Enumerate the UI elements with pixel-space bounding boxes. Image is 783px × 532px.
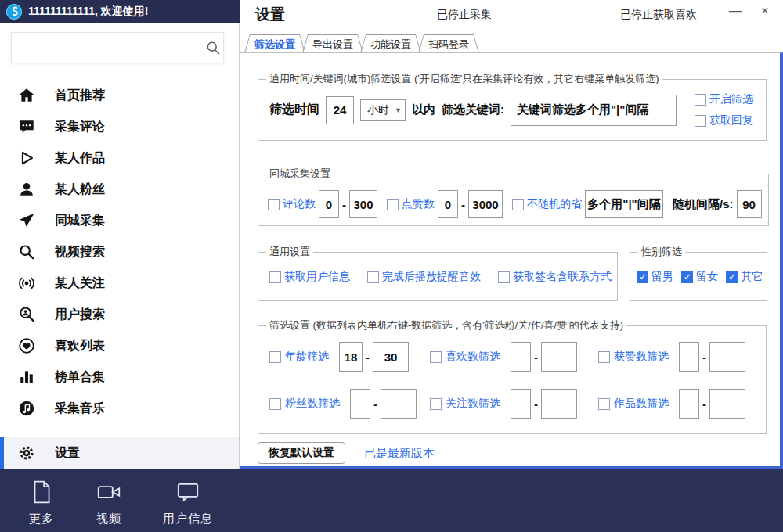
works-filter-label[interactable]: 作品数筛选 — [614, 397, 669, 411]
like-count-checkbox[interactable] — [387, 199, 399, 210]
like-filter-min-input[interactable] — [511, 342, 531, 372]
sidebar-item-city-collect[interactable]: 同城采集 — [0, 205, 239, 236]
user-info-label: 用户信息 — [163, 512, 213, 527]
sidebar-item-works[interactable]: 某人作品 — [0, 142, 239, 174]
sidebar-item-label: 首页推荐 — [55, 88, 105, 104]
keep-other-checkbox[interactable] — [726, 271, 738, 283]
sidebar-item-label: 同城采集 — [55, 213, 105, 229]
close-button[interactable]: × — [755, 2, 775, 20]
general-settings-group: 通用设置 获取用户信息 完成后播放提醒音效 获取签名含联系方式 — [258, 245, 618, 301]
province-input[interactable] — [585, 190, 663, 218]
user-info-button[interactable]: 用户信息 — [163, 479, 213, 532]
comment-count-checkbox[interactable] — [268, 199, 280, 210]
get-reply-label[interactable]: 获取回复 — [709, 113, 753, 128]
sidebar-item-follows[interactable]: 某人关注 — [0, 268, 239, 299]
age-min-input[interactable] — [339, 342, 363, 372]
comment-max-input[interactable] — [349, 190, 377, 218]
range-dash: - — [534, 397, 538, 411]
version-link[interactable]: 已是最新版本 — [364, 446, 435, 461]
keep-female-checkbox[interactable] — [681, 271, 693, 283]
like-filter-label[interactable]: 喜欢数筛选 — [446, 350, 500, 364]
within-label: 以内 — [412, 102, 435, 117]
sidebar-item-settings[interactable]: 设置 — [0, 437, 239, 469]
follow-filter-label[interactable]: 关注数筛选 — [446, 397, 500, 411]
follow-filter-max-input[interactable] — [541, 389, 577, 419]
filter-time-input[interactable] — [326, 96, 354, 124]
signature-contact-checkbox[interactable] — [498, 271, 510, 283]
praise-filter-label[interactable]: 获赞数筛选 — [614, 350, 669, 364]
sidebar-search — [11, 32, 224, 63]
tab-qr-login[interactable]: 扫码登录 — [418, 34, 479, 53]
enable-filter-label[interactable]: 开启筛选 — [709, 92, 753, 106]
province-label[interactable]: 不随机的省 — [527, 197, 582, 211]
sidebar-item-video-search[interactable]: 视频搜索 — [0, 236, 239, 268]
sidebar-item-rankings[interactable]: 榜单合集 — [0, 361, 239, 393]
app-window: 111111111111, 欢迎使用! 首页推荐 采集评论 — [0, 0, 783, 532]
sidebar-item-user-search[interactable]: 用户搜索 — [0, 299, 239, 330]
minimize-button[interactable]: — — [725, 2, 745, 20]
tab-function-settings[interactable]: 功能设置 — [360, 34, 421, 53]
video-button[interactable]: 视频 — [96, 479, 122, 532]
tab-label: 筛选设置 — [245, 35, 305, 53]
range-dash: - — [366, 350, 370, 364]
praise-filter-min-input[interactable] — [679, 342, 699, 372]
fans-filter-checkbox[interactable] — [269, 398, 281, 410]
fans-filter-min-input[interactable] — [350, 389, 370, 419]
sidebar-item-home[interactable]: 首页推荐 — [0, 80, 239, 111]
reset-defaults-button[interactable]: 恢复默认设置 — [258, 442, 345, 464]
fans-filter-label[interactable]: 粉丝数筛选 — [285, 397, 340, 411]
home-icon — [17, 86, 36, 105]
finish-sound-checkbox[interactable] — [367, 271, 379, 283]
random-interval-label: 随机间隔/s: — [673, 197, 734, 212]
tab-export-settings[interactable]: 导出设置 — [302, 34, 363, 53]
like-max-input[interactable] — [468, 190, 503, 218]
gender-filter-group: 性别筛选 留男 留女 其它 — [630, 245, 767, 301]
sidebar-item-label: 设置 — [55, 445, 80, 462]
like-filter-max-input[interactable] — [541, 342, 577, 372]
like-count-label[interactable]: 点赞数 — [402, 197, 435, 211]
more-label: 更多 — [29, 512, 54, 527]
age-filter-label[interactable]: 年龄筛选 — [285, 350, 329, 364]
user-icon — [17, 180, 36, 199]
sidebar-item-fans[interactable]: 某人粉丝 — [0, 174, 239, 205]
time-unit-select[interactable]: 小时 ▼ — [360, 99, 406, 121]
works-filter-max-input[interactable] — [709, 389, 745, 419]
play-icon — [17, 149, 36, 167]
random-interval-input[interactable] — [737, 190, 762, 218]
keep-male-label[interactable]: 留男 — [651, 270, 673, 284]
comment-min-input[interactable] — [319, 190, 339, 218]
signature-contact-label[interactable]: 获取签名含联系方式 — [513, 270, 612, 284]
like-filter-checkbox[interactable] — [430, 351, 442, 363]
search-icon[interactable] — [203, 40, 223, 56]
follow-filter-min-input[interactable] — [511, 389, 531, 419]
finish-sound-label[interactable]: 完成后播放提醒音效 — [382, 270, 481, 284]
get-userinfo-label[interactable]: 获取用户信息 — [284, 270, 350, 284]
keep-other-label[interactable]: 其它 — [741, 270, 763, 284]
sidebar-item-label: 某人粉丝 — [55, 182, 105, 198]
tab-label: 扫码登录 — [419, 35, 478, 53]
tab-filter-settings[interactable]: 筛选设置 — [244, 34, 305, 53]
keep-male-checkbox[interactable] — [637, 271, 648, 283]
works-filter-checkbox[interactable] — [598, 398, 610, 410]
sidebar-item-comments[interactable]: 采集评论 — [0, 111, 239, 142]
province-checkbox[interactable] — [512, 199, 524, 210]
get-reply-checkbox[interactable] — [695, 115, 706, 127]
praise-filter-checkbox[interactable] — [598, 351, 610, 363]
get-userinfo-checkbox[interactable] — [269, 271, 281, 283]
works-filter-min-input[interactable] — [679, 389, 699, 419]
fans-filter-max-input[interactable] — [381, 389, 417, 419]
more-button[interactable]: 更多 — [28, 479, 55, 532]
sidebar-item-likes-list[interactable]: 喜欢列表 — [0, 330, 239, 361]
like-min-input[interactable] — [438, 190, 458, 218]
age-max-input[interactable] — [373, 342, 409, 372]
follow-filter-checkbox[interactable] — [430, 398, 442, 410]
praise-filter-max-input[interactable] — [709, 342, 745, 372]
comment-count-label[interactable]: 评论数 — [283, 197, 316, 211]
sidebar-search-input[interactable] — [12, 36, 203, 59]
keep-female-label[interactable]: 留女 — [696, 270, 718, 284]
keyword-input[interactable] — [511, 95, 677, 126]
enable-filter-checkbox[interactable] — [695, 94, 706, 106]
range-dash: - — [702, 397, 706, 411]
age-filter-checkbox[interactable] — [269, 351, 281, 363]
sidebar-item-music[interactable]: 采集音乐 — [0, 393, 239, 424]
